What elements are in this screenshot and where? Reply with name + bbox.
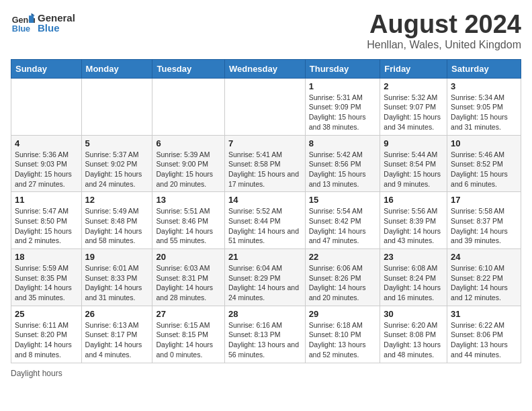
day-number: 5	[85, 138, 149, 148]
location-subtitle: Henllan, Wales, United Kingdom	[367, 39, 521, 51]
day-number: 7	[228, 138, 302, 148]
day-number: 4	[15, 138, 78, 148]
calendar-cell: 20Sunrise: 6:03 AM Sunset: 8:31 PM Dayli…	[152, 249, 225, 306]
day-info: Sunrise: 6:08 AM Sunset: 8:24 PM Dayligh…	[384, 263, 443, 303]
day-info: Sunrise: 5:59 AM Sunset: 8:35 PM Dayligh…	[15, 263, 78, 303]
day-number: 15	[309, 195, 377, 205]
calendar-cell: 25Sunrise: 6:11 AM Sunset: 8:20 PM Dayli…	[11, 306, 82, 363]
calendar-cell: 7Sunrise: 5:41 AM Sunset: 8:58 PM Daylig…	[224, 135, 305, 192]
calendar-cell: 30Sunrise: 6:20 AM Sunset: 8:08 PM Dayli…	[380, 306, 447, 363]
day-number: 9	[384, 138, 443, 148]
day-info: Sunrise: 5:47 AM Sunset: 8:50 PM Dayligh…	[15, 206, 78, 246]
calendar-cell: 23Sunrise: 6:08 AM Sunset: 8:24 PM Dayli…	[380, 249, 447, 306]
footer-note: Daylight hours	[11, 369, 521, 378]
day-info: Sunrise: 6:16 AM Sunset: 8:13 PM Dayligh…	[228, 320, 302, 360]
day-info: Sunrise: 5:52 AM Sunset: 8:44 PM Dayligh…	[228, 206, 302, 246]
day-info: Sunrise: 6:22 AM Sunset: 8:06 PM Dayligh…	[451, 320, 517, 360]
day-number: 1	[309, 81, 377, 91]
day-info: Sunrise: 5:42 AM Sunset: 8:56 PM Dayligh…	[309, 150, 377, 189]
calendar-cell: 16Sunrise: 5:56 AM Sunset: 8:39 PM Dayli…	[380, 192, 447, 249]
day-info: Sunrise: 5:56 AM Sunset: 8:39 PM Dayligh…	[384, 206, 443, 246]
calendar-cell: 11Sunrise: 5:47 AM Sunset: 8:50 PM Dayli…	[11, 192, 82, 249]
calendar-cell: 8Sunrise: 5:42 AM Sunset: 8:56 PM Daylig…	[305, 135, 380, 192]
day-info: Sunrise: 5:34 AM Sunset: 9:05 PM Dayligh…	[451, 93, 517, 132]
day-number: 3	[451, 81, 517, 91]
calendar-cell: 1Sunrise: 5:31 AM Sunset: 9:09 PM Daylig…	[305, 78, 380, 135]
calendar-cell: 29Sunrise: 6:18 AM Sunset: 8:10 PM Dayli…	[305, 306, 380, 363]
day-number: 26	[85, 309, 149, 319]
calendar-cell: 14Sunrise: 5:52 AM Sunset: 8:44 PM Dayli…	[224, 192, 305, 249]
svg-text:Blue: Blue	[12, 24, 30, 34]
day-number: 10	[451, 138, 517, 148]
day-number: 30	[384, 309, 443, 319]
calendar-cell: 18Sunrise: 5:59 AM Sunset: 8:35 PM Dayli…	[11, 249, 82, 306]
day-number: 22	[309, 252, 377, 262]
day-number: 24	[451, 252, 517, 262]
day-number: 16	[384, 195, 443, 205]
day-info: Sunrise: 6:01 AM Sunset: 8:33 PM Dayligh…	[85, 263, 149, 303]
calendar-cell: 19Sunrise: 6:01 AM Sunset: 8:33 PM Dayli…	[81, 249, 152, 306]
logo: General Blue General Blue	[11, 11, 75, 35]
day-info: Sunrise: 6:18 AM Sunset: 8:10 PM Dayligh…	[309, 320, 377, 360]
logo-icon: General Blue	[11, 11, 35, 35]
day-number: 27	[156, 309, 221, 319]
day-number: 13	[156, 195, 221, 205]
day-info: Sunrise: 5:49 AM Sunset: 8:48 PM Dayligh…	[85, 206, 149, 246]
day-number: 31	[451, 309, 517, 319]
day-number: 11	[15, 195, 78, 205]
logo-blue-text: Blue	[38, 23, 75, 33]
calendar-cell: 22Sunrise: 6:06 AM Sunset: 8:26 PM Dayli…	[305, 249, 380, 306]
calendar-cell	[81, 78, 152, 135]
day-info: Sunrise: 6:10 AM Sunset: 8:22 PM Dayligh…	[451, 263, 517, 303]
week-row-1: 1Sunrise: 5:31 AM Sunset: 9:09 PM Daylig…	[11, 78, 521, 135]
calendar-cell: 12Sunrise: 5:49 AM Sunset: 8:48 PM Dayli…	[81, 192, 152, 249]
calendar-cell: 6Sunrise: 5:39 AM Sunset: 9:00 PM Daylig…	[152, 135, 225, 192]
day-number: 8	[309, 138, 377, 148]
day-info: Sunrise: 6:04 AM Sunset: 8:29 PM Dayligh…	[228, 263, 302, 303]
calendar-cell: 26Sunrise: 6:13 AM Sunset: 8:17 PM Dayli…	[81, 306, 152, 363]
day-header-wednesday: Wednesday	[224, 59, 305, 78]
calendar-cell: 31Sunrise: 6:22 AM Sunset: 8:06 PM Dayli…	[447, 306, 521, 363]
calendar-cell: 2Sunrise: 5:32 AM Sunset: 9:07 PM Daylig…	[380, 78, 447, 135]
day-number: 18	[15, 252, 78, 262]
day-header-sunday: Sunday	[11, 59, 82, 78]
calendar-cell: 10Sunrise: 5:46 AM Sunset: 8:52 PM Dayli…	[447, 135, 521, 192]
calendar-cell	[224, 78, 305, 135]
svg-marker-3	[32, 13, 35, 16]
page-title: August 2024	[367, 11, 521, 39]
calendar-cell	[11, 78, 82, 135]
daylight-label: Daylight hours	[11, 369, 62, 378]
day-number: 19	[85, 252, 149, 262]
day-info: Sunrise: 6:20 AM Sunset: 8:08 PM Dayligh…	[384, 320, 443, 360]
calendar-table: SundayMondayTuesdayWednesdayThursdayFrid…	[11, 59, 521, 363]
day-number: 12	[85, 195, 149, 205]
calendar-cell: 3Sunrise: 5:34 AM Sunset: 9:05 PM Daylig…	[447, 78, 521, 135]
day-number: 28	[228, 309, 302, 319]
day-header-tuesday: Tuesday	[152, 59, 225, 78]
calendar-cell: 4Sunrise: 5:36 AM Sunset: 9:03 PM Daylig…	[11, 135, 82, 192]
day-info: Sunrise: 5:31 AM Sunset: 9:09 PM Dayligh…	[309, 93, 377, 132]
logo-general-text: General	[38, 13, 75, 23]
day-info: Sunrise: 5:36 AM Sunset: 9:03 PM Dayligh…	[15, 150, 78, 189]
calendar-cell: 17Sunrise: 5:58 AM Sunset: 8:37 PM Dayli…	[447, 192, 521, 249]
day-number: 21	[228, 252, 302, 262]
week-row-5: 25Sunrise: 6:11 AM Sunset: 8:20 PM Dayli…	[11, 306, 521, 363]
calendar-cell: 5Sunrise: 5:37 AM Sunset: 9:02 PM Daylig…	[81, 135, 152, 192]
day-info: Sunrise: 5:39 AM Sunset: 9:00 PM Dayligh…	[156, 150, 221, 189]
day-number: 23	[384, 252, 443, 262]
title-area: August 2024 Henllan, Wales, United Kingd…	[367, 11, 521, 51]
day-header-saturday: Saturday	[447, 59, 521, 78]
day-info: Sunrise: 6:11 AM Sunset: 8:20 PM Dayligh…	[15, 320, 78, 360]
week-row-2: 4Sunrise: 5:36 AM Sunset: 9:03 PM Daylig…	[11, 135, 521, 192]
day-number: 14	[228, 195, 302, 205]
calendar-cell	[152, 78, 225, 135]
day-info: Sunrise: 6:13 AM Sunset: 8:17 PM Dayligh…	[85, 320, 149, 360]
days-header-row: SundayMondayTuesdayWednesdayThursdayFrid…	[11, 59, 521, 78]
day-info: Sunrise: 5:32 AM Sunset: 9:07 PM Dayligh…	[384, 93, 443, 132]
week-row-4: 18Sunrise: 5:59 AM Sunset: 8:35 PM Dayli…	[11, 249, 521, 306]
day-info: Sunrise: 5:51 AM Sunset: 8:46 PM Dayligh…	[156, 206, 221, 246]
day-info: Sunrise: 5:37 AM Sunset: 9:02 PM Dayligh…	[85, 150, 149, 189]
calendar-cell: 9Sunrise: 5:44 AM Sunset: 8:54 PM Daylig…	[380, 135, 447, 192]
day-info: Sunrise: 5:44 AM Sunset: 8:54 PM Dayligh…	[384, 150, 443, 189]
calendar-cell: 15Sunrise: 5:54 AM Sunset: 8:42 PM Dayli…	[305, 192, 380, 249]
